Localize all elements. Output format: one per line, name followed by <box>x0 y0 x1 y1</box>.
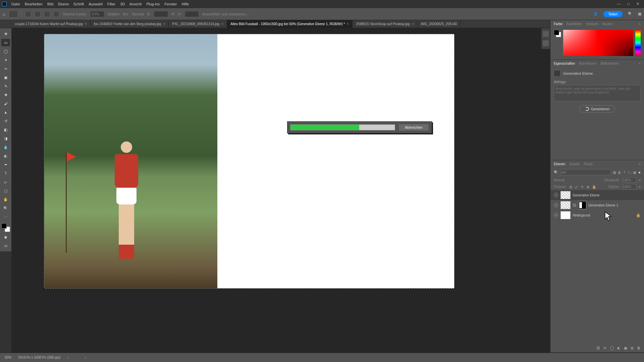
lock-icon[interactable]: 🔒 <box>636 213 641 218</box>
eyedropper-tool-icon[interactable]: ✎ <box>1 82 10 90</box>
close-icon[interactable]: × <box>221 22 223 26</box>
tab-channels[interactable]: Kanäle <box>569 162 580 166</box>
color-spectrum[interactable] <box>563 30 633 56</box>
close-icon[interactable]: × <box>347 22 349 26</box>
menu-window[interactable]: Fenster <box>164 2 177 6</box>
document-tab[interactable]: Altes Bild Fussball - 1050x1500.jpg bei … <box>227 20 353 28</box>
selection-intersect-icon[interactable] <box>53 11 59 17</box>
marquee-tool-icon[interactable]: ▭ <box>1 39 10 46</box>
layer-name[interactable]: Generative Ebene 1 <box>588 203 618 207</box>
foreground-swatch[interactable] <box>1 223 7 229</box>
filter-shape-icon[interactable]: ▢ <box>628 170 631 175</box>
style-value[interactable]: Normal <box>132 12 144 16</box>
close-icon[interactable]: × <box>85 22 87 26</box>
canvas-workspace[interactable]: Abbrechen <box>11 28 550 353</box>
document-tab[interactable]: PXL_20210908_095051314.jpg× <box>169 20 227 28</box>
cloud-docs-icon[interactable]: 👤 <box>593 12 598 16</box>
layer-row[interactable]: ⛓ Generative Ebene 1 <box>550 200 644 210</box>
tab-libraries[interactable]: Bibliotheken <box>601 62 619 65</box>
window-minimize-icon[interactable]: — <box>617 2 621 6</box>
brush-tool-icon[interactable]: 🖌 <box>1 100 10 107</box>
add-mask-icon[interactable]: ◯ <box>610 346 614 350</box>
select-and-mask-button[interactable]: Auswählen und maskieren... <box>202 12 249 16</box>
tab-gradients[interactable]: Verläufe <box>586 22 598 26</box>
close-icon[interactable]: × <box>412 22 414 26</box>
visibility-toggle-icon[interactable] <box>554 203 558 207</box>
layer-search-input[interactable]: Art <box>560 169 611 175</box>
heal-tool-icon[interactable]: ✚ <box>1 91 10 99</box>
panel-menu-icon[interactable]: ≡ <box>639 22 641 26</box>
layer-row[interactable]: Hintergrund 🔒 <box>550 210 644 220</box>
lock-artboard-icon[interactable]: ▣ <box>586 185 589 189</box>
share-button[interactable]: Teilen <box>603 11 623 17</box>
frame-tool-icon[interactable]: ▣ <box>1 74 10 81</box>
hue-slider[interactable] <box>635 30 641 56</box>
fill-input[interactable] <box>622 184 636 189</box>
width-input[interactable] <box>154 11 168 17</box>
selection-new-icon[interactable] <box>25 11 31 17</box>
edit-toolbar-icon[interactable]: ⋯ <box>1 213 10 221</box>
layer-thumb[interactable] <box>560 211 571 219</box>
chevron-left-icon[interactable]: ‹ <box>85 356 86 359</box>
filter-toggle-icon[interactable]: ● <box>638 170 641 174</box>
panel-menu-icon[interactable]: ≡ <box>639 162 641 166</box>
menu-select[interactable]: Auswahl <box>89 2 103 6</box>
layer-thumb[interactable] <box>560 201 571 209</box>
panel-swatch-pair[interactable] <box>554 30 561 37</box>
chevron-down-icon[interactable]: ▾ <box>639 178 641 182</box>
tool-preset-picker[interactable] <box>9 10 18 18</box>
zoom-tool-icon[interactable]: 🔍 <box>1 204 10 212</box>
menu-help[interactable]: Hilfe <box>181 2 189 6</box>
tab-properties[interactable]: Eigenschaften <box>554 62 575 65</box>
eraser-tool-icon[interactable]: ◧ <box>1 126 10 133</box>
home-icon[interactable]: ⌂ <box>3 11 5 17</box>
lock-all-icon[interactable]: 🔒 <box>592 185 596 189</box>
dodge-tool-icon[interactable]: ◐ <box>1 152 10 160</box>
visibility-toggle-icon[interactable] <box>554 213 558 218</box>
link-icon[interactable]: ⛓ <box>573 203 576 207</box>
pen-tool-icon[interactable]: ✒ <box>1 161 10 168</box>
lock-pixels-icon[interactable]: 🖌 <box>575 185 578 189</box>
document-tab[interactable]: couple-1718244 Karen Warfel auf Pixabay.… <box>11 20 91 28</box>
document-tab[interactable]: fox-1540833 Yvette van den Berg pixabay.… <box>91 20 169 28</box>
filter-smart-icon[interactable]: ▣ <box>633 170 636 175</box>
tab-adjustments[interactable]: Korrekturen <box>579 62 596 65</box>
layer-name[interactable]: Hintergrund <box>573 214 590 217</box>
wand-tool-icon[interactable]: ✦ <box>1 56 10 64</box>
lock-position-icon[interactable]: ✥ <box>581 185 584 189</box>
menu-filter[interactable]: Filter <box>107 2 115 6</box>
zoom-level[interactable]: 50% <box>5 356 11 359</box>
visibility-toggle-icon[interactable] <box>554 193 558 197</box>
new-layer-icon[interactable]: ⊞ <box>631 346 634 350</box>
lock-transparency-icon[interactable]: ▦ <box>569 185 572 189</box>
collapsed-panel-icon[interactable] <box>543 40 549 46</box>
history-brush-tool-icon[interactable]: ↺ <box>1 117 10 125</box>
prompt-textarea[interactable] <box>554 85 641 101</box>
move-tool-icon[interactable]: ✥ <box>1 30 10 38</box>
chevron-down-icon[interactable]: ▾ <box>639 185 641 189</box>
lasso-tool-icon[interactable]: ◯ <box>1 48 10 55</box>
filter-pixel-icon[interactable]: ▦ <box>613 170 616 175</box>
search-icon[interactable]: 🔍 <box>628 12 633 16</box>
generate-button[interactable]: Generieren <box>579 105 615 113</box>
layer-mask-thumb[interactable] <box>578 201 586 209</box>
document-tab[interactable]: 2598015 StockSnap auf Pixabay.jpg× <box>353 20 417 28</box>
document-canvas[interactable]: Abbrechen <box>44 34 454 288</box>
workspace-switcher-icon[interactable]: ▦ <box>638 12 641 16</box>
menu-plugins[interactable]: Plug-ins <box>146 2 160 6</box>
layer-thumb[interactable] <box>560 191 571 199</box>
selection-add-icon[interactable] <box>35 11 41 17</box>
path-select-tool-icon[interactable]: ▻ <box>1 178 10 186</box>
menu-type[interactable]: Schrift <box>73 2 84 6</box>
document-tab[interactable]: IMG_20200625_205140 <box>418 20 461 28</box>
panel-menu-icon[interactable]: ≡ <box>639 62 641 65</box>
window-maximize-icon[interactable]: □ <box>627 2 630 6</box>
swap-wh-icon[interactable]: ⇄ <box>171 12 174 16</box>
tab-paths[interactable]: Pfade <box>584 162 593 166</box>
tab-layers[interactable]: Ebenen <box>554 162 565 166</box>
opacity-input[interactable] <box>622 177 636 183</box>
screenmode-icon[interactable]: ▭ <box>1 242 10 249</box>
menu-3d[interactable]: 3D <box>120 2 125 6</box>
type-tool-icon[interactable]: T <box>1 170 10 177</box>
selection-subtract-icon[interactable] <box>44 11 50 17</box>
